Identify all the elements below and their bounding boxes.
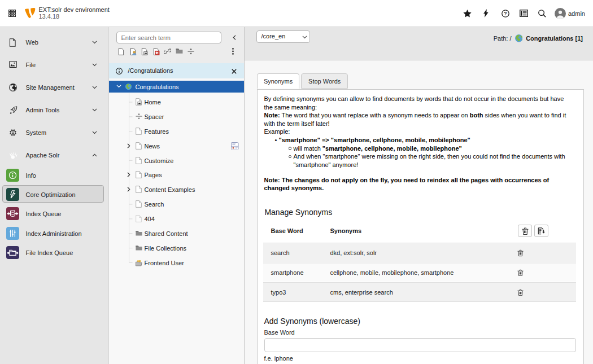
svg-text:?: ? — [504, 11, 507, 16]
